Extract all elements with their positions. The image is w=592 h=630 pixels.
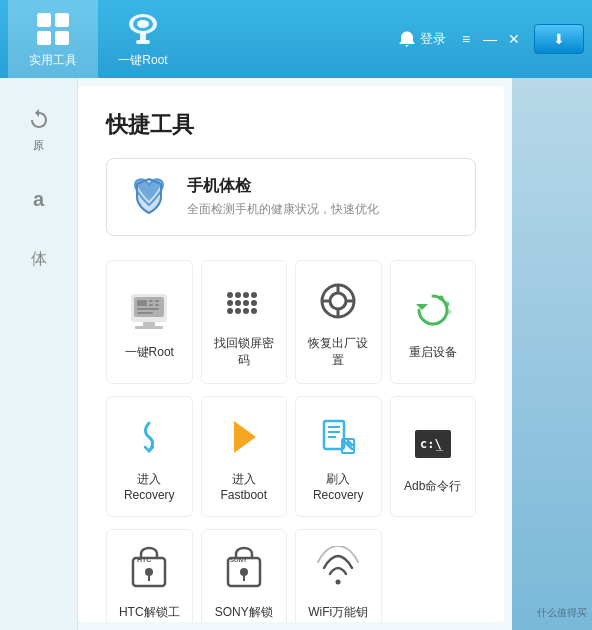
tool-factory-reset[interactable]: 恢复出厂设置	[295, 260, 382, 384]
svg-rect-18	[143, 322, 155, 326]
health-title: 手机体检	[187, 176, 379, 197]
nav-onekey-root[interactable]: 一键Root	[98, 0, 188, 78]
htc-unlock-icon: HTC	[123, 544, 175, 596]
reboot-label: 重启设备	[409, 344, 457, 361]
onekey-root-icon	[123, 284, 175, 336]
tool-enter-fastboot[interactable]: 进入Fastboot	[201, 396, 288, 517]
svg-point-56	[240, 568, 248, 576]
window-controls: ≡ — ✕	[456, 29, 524, 49]
svg-point-59	[336, 580, 341, 585]
amazon-a: a	[33, 188, 44, 211]
tool-reboot[interactable]: 重启设备	[390, 260, 477, 384]
svg-point-31	[251, 308, 257, 314]
body-label: 体	[31, 249, 47, 270]
svg-text:SONY: SONY	[230, 557, 247, 563]
tool-enter-recovery[interactable]: 进入Recovery	[106, 396, 193, 517]
sony-unlock-label: SONY解锁工具	[210, 604, 279, 622]
wifi-password-label: WiFi万能钥匙	[304, 604, 373, 622]
titlebar: 实用工具 一键Root 登录 ≡ —	[0, 0, 592, 78]
download-icon: ⬇	[553, 31, 565, 47]
svg-text:_: _	[436, 437, 444, 451]
svg-rect-12	[149, 300, 153, 302]
close-button[interactable]: ✕	[504, 29, 524, 49]
svg-point-28	[227, 308, 233, 314]
notification-bell[interactable]: 登录	[398, 30, 446, 48]
enter-fastboot-label: 进入Fastboot	[210, 471, 279, 502]
sidebar-item-body[interactable]: 体	[0, 237, 77, 281]
tool-grid: 一键Root	[106, 260, 476, 622]
tool-onekey-root[interactable]: 一键Root	[106, 260, 193, 384]
sidebar-item-restore[interactable]: 原	[0, 98, 77, 161]
enter-recovery-icon	[123, 411, 175, 463]
sony-unlock-icon: SONY	[218, 544, 270, 596]
minimize-button[interactable]: —	[480, 29, 500, 49]
flash-recovery-label: 刷入Recovery	[304, 471, 373, 502]
htc-unlock-label: HTC解锁工具	[115, 604, 184, 622]
download-button[interactable]: ⬇	[534, 24, 584, 54]
wifi-password-icon	[312, 544, 364, 596]
content-area: 快捷工具 手机体检 全面检测手机的健康状况，快速优化	[78, 86, 504, 622]
tool-adb-cmd[interactable]: c:\ _ Adb命令行	[390, 396, 477, 517]
svg-point-26	[243, 300, 249, 306]
svg-point-20	[227, 292, 233, 298]
body-icon: 体	[25, 245, 53, 273]
menu-button[interactable]: ≡	[456, 29, 476, 49]
enter-recovery-label: 进入Recovery	[115, 471, 184, 502]
nav-bar: 实用工具 一键Root	[8, 0, 188, 78]
onekey-root-label: 一键Root	[125, 344, 174, 361]
svg-point-23	[251, 292, 257, 298]
svg-rect-1	[55, 13, 69, 27]
flash-recovery-icon	[312, 411, 364, 463]
tool-flash-recovery[interactable]: 刷入Recovery	[295, 396, 382, 517]
adb-cmd-label: Adb命令行	[404, 478, 461, 495]
svg-point-39	[438, 295, 443, 300]
tool-htc-unlock[interactable]: HTC HTC解锁工具	[106, 529, 193, 622]
svg-text:HTC: HTC	[137, 556, 151, 563]
sidebar-item-amazon[interactable]: a	[0, 177, 77, 221]
main-container: 原 a 体 快捷工具	[0, 78, 592, 630]
svg-point-40	[444, 301, 449, 306]
svg-point-27	[251, 300, 257, 306]
svg-rect-16	[137, 308, 159, 310]
tool-wifi-password[interactable]: WiFi万能钥匙	[295, 529, 382, 622]
svg-point-30	[243, 308, 249, 314]
phone-area: 什么值得买	[512, 78, 592, 630]
find-password-icon	[218, 275, 270, 327]
reboot-icon	[407, 284, 459, 336]
utility-label: 实用工具	[29, 52, 77, 69]
svg-rect-8	[136, 40, 150, 44]
root-icon	[124, 10, 162, 48]
tool-find-password[interactable]: 找回锁屏密码	[201, 260, 288, 384]
health-text: 手机体检 全面检测手机的健康状况，快速优化	[187, 176, 379, 218]
svg-point-25	[235, 300, 241, 306]
svg-point-33	[330, 293, 346, 309]
svg-point-41	[446, 309, 451, 314]
svg-rect-17	[137, 312, 153, 314]
health-check-card[interactable]: 手机体检 全面检测手机的健康状况，快速优化	[106, 158, 476, 236]
section-title: 快捷工具	[106, 110, 476, 140]
svg-rect-0	[37, 13, 51, 27]
svg-point-22	[243, 292, 249, 298]
restore-icon	[25, 106, 53, 134]
nav-utility[interactable]: 实用工具	[8, 0, 98, 78]
svg-rect-11	[137, 300, 147, 306]
sidebar-restore-label: 原	[33, 138, 44, 153]
adb-cmd-icon: c:\ _	[407, 418, 459, 470]
watermark: 什么值得买	[537, 606, 587, 620]
root-label: 一键Root	[118, 52, 167, 69]
svg-rect-19	[135, 326, 163, 329]
health-description: 全面检测手机的健康状况，快速优化	[187, 201, 379, 218]
enter-fastboot-icon	[218, 411, 270, 463]
utility-icon	[34, 10, 72, 48]
svg-marker-42	[234, 421, 256, 453]
svg-rect-14	[149, 304, 153, 306]
svg-point-24	[227, 300, 233, 306]
svg-rect-13	[155, 300, 159, 302]
svg-rect-2	[37, 31, 51, 45]
svg-rect-15	[155, 304, 159, 306]
svg-point-52	[145, 568, 153, 576]
svg-point-21	[235, 292, 241, 298]
health-icon	[127, 175, 171, 219]
find-password-label: 找回锁屏密码	[210, 335, 279, 369]
tool-sony-unlock[interactable]: SONY SONY解锁工具	[201, 529, 288, 622]
